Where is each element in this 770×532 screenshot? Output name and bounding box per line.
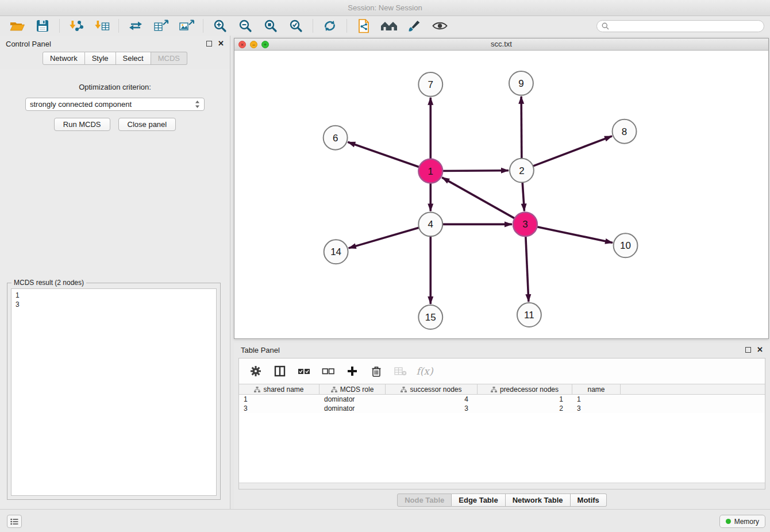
add-row-button[interactable] [345, 364, 360, 379]
tab-mcds[interactable]: MCDS [151, 52, 187, 65]
graph-node-6[interactable]: 6 [324, 126, 348, 150]
memory-button[interactable]: Memory [719, 515, 765, 528]
graph-node-11[interactable]: 11 [517, 303, 541, 327]
status-bar: Memory [0, 509, 770, 532]
cell-successor-nodes[interactable]: 4 [386, 395, 478, 404]
graph-node-10[interactable]: 10 [614, 233, 638, 257]
graph-node-3[interactable]: 3 [513, 212, 537, 236]
table-row[interactable]: 3 dominator 3 2 3 [239, 404, 765, 413]
graph-node-2[interactable]: 2 [510, 159, 534, 183]
settings-gear-icon [250, 365, 261, 377]
zoom-selected-button[interactable] [284, 17, 307, 34]
graph-node-8[interactable]: 8 [613, 119, 637, 144]
layout-home-button[interactable] [378, 17, 401, 34]
zoom-fit-icon [264, 19, 278, 33]
graph-node-4[interactable]: 4 [418, 212, 442, 236]
tab-edge-table[interactable]: Edge Table [452, 494, 505, 507]
zoom-in-button[interactable] [209, 17, 232, 34]
export-table-button[interactable] [149, 17, 172, 34]
tab-style[interactable]: Style [85, 52, 116, 65]
table-empty-area [239, 413, 765, 483]
cell-successor-nodes[interactable]: 3 [386, 404, 478, 413]
export-image-button[interactable] [175, 17, 198, 34]
edge-4-14[interactable] [349, 228, 419, 248]
network-window-titlebar[interactable]: × – + scc.txt [234, 38, 768, 51]
graph-node-14[interactable]: 14 [324, 240, 348, 264]
network-canvas[interactable]: 7968124314101511 [234, 51, 768, 338]
eye-button[interactable] [428, 17, 451, 34]
maximize-window-button[interactable]: + [261, 41, 269, 48]
cell-shared-name[interactable]: 3 [239, 404, 319, 413]
import-table-icon [94, 20, 110, 32]
table-header-row: shared name MCDS role successor nodes pr… [239, 384, 765, 395]
search-input[interactable] [612, 22, 759, 30]
edge-3-11[interactable] [526, 236, 529, 302]
tab-select[interactable]: Select [116, 52, 151, 65]
cell-mcds-role[interactable]: dominator [319, 395, 386, 404]
optimization-criterion-dropdown[interactable]: strongly connected component [25, 98, 205, 111]
run-mcds-button[interactable]: Run MCDS [54, 118, 110, 131]
cell-predecessor-nodes[interactable]: 1 [478, 395, 572, 404]
export-network-button[interactable] [124, 17, 147, 34]
open-folder-button[interactable] [6, 17, 29, 34]
zoom-out-button[interactable] [234, 17, 257, 34]
toolbar-search[interactable] [596, 20, 764, 32]
delete-row-button[interactable] [369, 364, 384, 379]
cell-shared-name[interactable]: 1 [239, 395, 319, 404]
tab-motifs[interactable]: Motifs [571, 494, 607, 507]
cell-mcds-role[interactable]: dominator [319, 404, 386, 413]
close-panel-icon[interactable]: ✕ [218, 41, 224, 47]
edge-1-6[interactable] [348, 142, 419, 167]
float-table-panel-icon[interactable] [745, 347, 751, 353]
close-panel-button[interactable]: Close panel [118, 118, 176, 131]
select-all-button[interactable] [297, 364, 311, 379]
function-builder-button[interactable]: f(x) [417, 364, 432, 379]
edge-2-8[interactable] [533, 136, 612, 166]
edge-3-10[interactable] [537, 227, 613, 243]
float-panel-icon[interactable] [206, 41, 212, 47]
import-table-button[interactable] [90, 17, 113, 34]
column-header-name[interactable]: name [572, 384, 621, 394]
tab-node-table[interactable]: Node Table [397, 494, 452, 507]
column-selector-button[interactable] [272, 364, 287, 379]
edge-2-3[interactable] [522, 183, 524, 211]
mcds-result-groupbox: MCDS result (2 nodes) 1 3 [7, 283, 221, 500]
save-session-button[interactable] [31, 17, 54, 34]
graph-node-15[interactable]: 15 [418, 305, 442, 329]
graph-node-9[interactable]: 9 [509, 71, 533, 95]
deselect-all-button[interactable] [321, 364, 336, 379]
network-view-window: × – + scc.txt 7968124314101511 [234, 38, 769, 339]
graph-node-7[interactable]: 7 [418, 72, 442, 97]
edge-2-9[interactable] [521, 97, 522, 159]
column-header-predecessor-nodes[interactable]: predecessor nodes [478, 384, 572, 394]
list-icon [10, 518, 18, 525]
column-header-successor-nodes[interactable]: successor nodes [386, 384, 478, 394]
tab-network-table[interactable]: Network Table [506, 494, 571, 507]
graph-node-1[interactable]: 1 [418, 159, 442, 183]
cell-name[interactable]: 3 [572, 404, 621, 413]
refresh-button[interactable] [318, 17, 341, 34]
tab-network[interactable]: Network [43, 52, 85, 65]
edge-3-1[interactable] [442, 178, 514, 218]
column-header-mcds-role[interactable]: MCDS role [319, 384, 386, 394]
document-share-icon [357, 19, 370, 33]
control-panel-header: Control Panel ✕ [0, 36, 230, 52]
network-graph[interactable]: 7968124314101511 [234, 51, 768, 338]
close-window-button[interactable]: × [238, 41, 246, 48]
minimize-window-button[interactable]: – [250, 41, 257, 48]
cell-predecessor-nodes[interactable]: 2 [478, 404, 572, 413]
delete-table-button[interactable] [393, 364, 408, 379]
table-settings-button[interactable] [248, 364, 263, 379]
cell-name[interactable]: 1 [572, 395, 621, 404]
table-row[interactable]: 1 dominator 4 1 1 [239, 395, 765, 404]
document-share-button[interactable] [352, 17, 375, 34]
zoom-fit-button[interactable] [259, 17, 282, 34]
column-header-shared-name[interactable]: shared name [239, 384, 319, 394]
edge-1-2[interactable] [442, 171, 509, 171]
paintbrush-button[interactable] [403, 17, 426, 34]
window-traffic-lights: × – + [238, 41, 269, 48]
table-horizontal-scrollbar[interactable] [239, 483, 765, 489]
import-network-button[interactable] [65, 17, 88, 34]
task-history-button[interactable] [7, 515, 22, 528]
close-table-panel-icon[interactable]: ✕ [757, 347, 763, 353]
